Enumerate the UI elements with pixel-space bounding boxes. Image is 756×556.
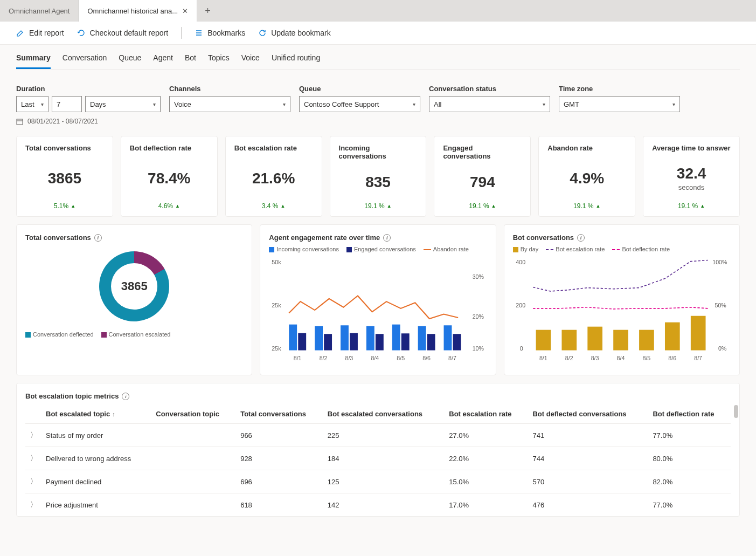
cell-escalation-rate: 22.0% xyxy=(445,447,528,470)
col-header[interactable]: Bot deflection rate xyxy=(648,404,731,424)
trend-up-icon: ▲ xyxy=(595,203,600,209)
tab-bot[interactable]: Bot xyxy=(185,53,196,69)
col-header[interactable]: Bot deflected conversations xyxy=(528,404,648,424)
svg-text:8/7: 8/7 xyxy=(448,355,456,361)
status-select[interactable]: All▾ xyxy=(429,96,550,112)
table-row[interactable]: 〉 Payment declined 696 125 15.0% 570 82.… xyxy=(25,470,731,493)
expand-icon[interactable]: 〉 xyxy=(25,447,41,470)
col-header[interactable]: Bot escalated topic↑ xyxy=(41,404,151,424)
kpi-value: 4.9% xyxy=(547,157,626,199)
trend-up-icon: ▲ xyxy=(491,203,496,209)
kpi-title: Bot escalation rate xyxy=(234,144,313,152)
svg-text:8/5: 8/5 xyxy=(642,355,650,361)
bot-escalation-table-card: Bot escalation topic metricsi Bot escala… xyxy=(16,383,740,517)
chevron-down-icon: ▾ xyxy=(543,101,545,107)
svg-rect-40 xyxy=(665,322,680,351)
svg-text:20%: 20% xyxy=(473,313,484,320)
undo-icon xyxy=(77,29,86,37)
close-icon[interactable]: ✕ xyxy=(182,7,188,15)
col-header[interactable]: Total conversations xyxy=(236,404,323,424)
update-bookmark-button[interactable]: Update bookmark xyxy=(258,29,331,37)
info-icon[interactable]: i xyxy=(94,234,102,242)
trend-up-icon: ▲ xyxy=(281,203,286,209)
svg-text:200: 200 xyxy=(516,302,525,308)
kpi-row: Total conversations 3865 5.1% ▲ Bot defl… xyxy=(16,136,740,217)
table-row[interactable]: 〉 Status of my order 966 225 27.0% 741 7… xyxy=(25,424,731,447)
kpi-trend: 19.1 % ▲ xyxy=(339,202,418,210)
legend-item: Engaged conversations xyxy=(346,246,416,252)
info-icon[interactable]: i xyxy=(122,393,129,400)
queue-select[interactable]: Contoso Coffee Support▾ xyxy=(299,96,420,112)
checkout-default-button[interactable]: Checkout default report xyxy=(77,29,169,37)
chevron-down-icon: ▾ xyxy=(41,101,44,107)
tab-summary[interactable]: Summary xyxy=(16,53,51,69)
expand-icon[interactable]: 〉 xyxy=(25,470,41,493)
timezone-select[interactable]: GMT▾ xyxy=(559,96,680,112)
chevron-down-icon: ▾ xyxy=(283,101,286,107)
table-row[interactable]: 〉 Delivered to wrong address 928 184 22.… xyxy=(25,447,731,470)
cell-total: 618 xyxy=(236,493,323,517)
svg-rect-36 xyxy=(561,330,577,351)
toolbar-label: Checkout default report xyxy=(90,29,169,37)
app-tab-historical[interactable]: Omnichannel historical ana... ✕ xyxy=(79,0,197,22)
kpi-card: Abandon rate 4.9% 19.1 % ▲ xyxy=(538,136,635,217)
expand-icon[interactable]: 〉 xyxy=(25,493,41,517)
svg-text:8/2: 8/2 xyxy=(320,355,328,361)
app-tab-agent[interactable]: Omnichannel Agent xyxy=(0,0,79,22)
cell-escalated: 184 xyxy=(323,447,445,470)
col-header[interactable]: Bot escalated conversations xyxy=(323,404,445,424)
date-range-text: 08/01/2021 - 08/07/2021 xyxy=(27,118,98,125)
bot-conversations-card: Bot conversationsi By day Bot escalation… xyxy=(504,224,740,375)
cell-conv-topic xyxy=(151,424,236,447)
cell-escalation-rate: 15.0% xyxy=(445,470,528,493)
metrics-table: Bot escalated topic↑ Conversation topic … xyxy=(25,404,731,516)
expand-icon[interactable]: 〉 xyxy=(25,424,41,447)
info-icon[interactable]: i xyxy=(577,234,585,242)
svg-rect-0 xyxy=(17,119,23,125)
tab-unified-routing[interactable]: Unified routing xyxy=(272,53,320,69)
tab-strip: Omnichannel Agent Omnichannel historical… xyxy=(0,0,756,22)
kpi-trend: 19.1 % ▲ xyxy=(652,202,731,210)
svg-rect-35 xyxy=(536,330,551,351)
tab-topics[interactable]: Topics xyxy=(208,53,230,69)
info-icon[interactable]: i xyxy=(383,234,391,242)
svg-text:50%: 50% xyxy=(715,302,726,308)
sort-asc-icon: ↑ xyxy=(112,411,115,417)
table-row[interactable]: 〉 Price adjustment 618 142 17.0% 476 77.… xyxy=(25,493,731,517)
trend-up-icon: ▲ xyxy=(175,203,180,209)
svg-rect-14 xyxy=(366,326,374,351)
cell-conv-topic xyxy=(151,447,236,470)
kpi-card: Engaged conversations 794 19.1 % ▲ xyxy=(434,136,531,217)
kpi-title: Incoming conversations xyxy=(339,144,418,160)
cell-escalated: 225 xyxy=(323,424,445,447)
svg-text:8/4: 8/4 xyxy=(616,355,625,361)
edit-report-button[interactable]: Edit report xyxy=(16,29,64,37)
kpi-card: Incoming conversations 835 19.1 % ▲ xyxy=(330,136,427,217)
channels-label: Channels xyxy=(169,85,290,93)
col-header[interactable]: Conversation topic xyxy=(151,404,236,424)
duration-unit-select[interactable]: Days▾ xyxy=(85,96,161,112)
cell-deflected: 744 xyxy=(528,447,648,470)
tab-queue[interactable]: Queue xyxy=(119,53,141,69)
svg-rect-37 xyxy=(587,327,602,351)
svg-text:100%: 100% xyxy=(712,259,727,265)
bookmarks-button[interactable]: Bookmarks xyxy=(195,29,245,37)
new-tab-button[interactable]: + xyxy=(197,5,218,17)
duration-value-input[interactable]: 7 xyxy=(52,96,82,112)
queue-label: Queue xyxy=(299,85,420,93)
tab-voice[interactable]: Voice xyxy=(241,53,260,69)
channels-select[interactable]: Voice▾ xyxy=(169,96,290,112)
tab-agent[interactable]: Agent xyxy=(153,53,173,69)
toolbar-label: Bookmarks xyxy=(207,29,245,37)
kpi-value: 32.4seconds xyxy=(652,157,731,199)
col-header[interactable]: Bot escalation rate xyxy=(445,404,528,424)
svg-text:8/4: 8/4 xyxy=(371,355,379,361)
tab-conversation[interactable]: Conversation xyxy=(63,53,107,69)
kpi-card: Bot escalation rate 21.6% 3.4 % ▲ xyxy=(225,136,322,217)
legend-item: Bot escalation rate xyxy=(546,246,605,252)
toolbar: Edit report Checkout default report Book… xyxy=(0,22,756,45)
duration-mode-select[interactable]: Last▾ xyxy=(16,96,48,112)
cell-topic: Status of my order xyxy=(41,424,151,447)
svg-text:8/7: 8/7 xyxy=(694,355,702,361)
scrollbar[interactable] xyxy=(734,405,738,418)
